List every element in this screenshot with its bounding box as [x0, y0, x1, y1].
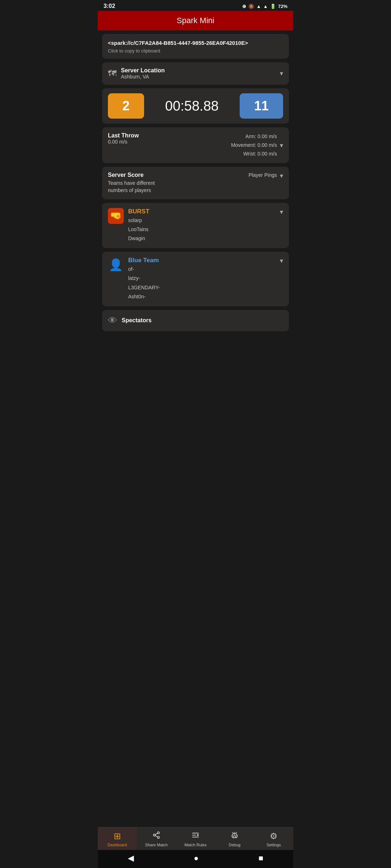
- signal-icon: ▲: [263, 4, 268, 9]
- spectators-icon: 👁: [108, 315, 117, 326]
- nav-debug-label: Debug: [229, 843, 240, 847]
- server-location-card[interactable]: 🗺 Server Location Ashburn, VA ▾: [102, 62, 289, 85]
- nav-match-rules-label: Match Rules: [184, 843, 206, 847]
- score-left-badge: 2: [108, 93, 144, 119]
- spark-url-card[interactable]: <spark://c/C7FA2A84-B851-4447-9855-26EA0…: [102, 34, 289, 59]
- bottom-nav: ⊞ Dashboard Share Match Match Rules: [98, 827, 293, 850]
- last-throw-details: Arm: 0.00 m/s Movement: 0.00 m/s Wrist: …: [231, 132, 277, 158]
- settings-icon: ⚙: [270, 831, 278, 841]
- last-throw-value: 0.00 m/s: [108, 139, 231, 145]
- map-icon: 🗺: [108, 68, 117, 78]
- nav-settings-label: Settings: [266, 843, 281, 847]
- score-right-badge: 11: [240, 93, 283, 119]
- status-time: 3:02: [104, 3, 115, 9]
- blue-team-players: of-latzy-L3GENDARY-Asht0n-: [128, 265, 276, 301]
- spectators-label: Spectators: [122, 317, 152, 324]
- mute-icon: 🔕: [248, 4, 254, 9]
- main-content: <spark://c/C7FA2A84-B851-4447-9855-26EA0…: [98, 30, 293, 827]
- app-bar: Spark Mini: [98, 11, 293, 30]
- spectators-card[interactable]: 👁 Spectators: [102, 310, 289, 331]
- spark-url-hint: Click to copy to clipboard: [108, 48, 283, 54]
- back-button[interactable]: ◀: [128, 854, 134, 863]
- burst-team-players: solarpLooTainsDwagin: [128, 216, 276, 243]
- location-icon: ⊕: [242, 4, 246, 9]
- battery-percent: 72%: [278, 4, 287, 9]
- score-timer: 00:58.88: [148, 98, 235, 114]
- player-pings-label: Player Pings: [248, 172, 277, 178]
- nav-settings[interactable]: ⚙ Settings: [254, 827, 293, 850]
- svg-line-4: [155, 833, 157, 835]
- blue-team-card[interactable]: 👤 Blue Team of-latzy-L3GENDARY-Asht0n- ▾: [102, 252, 289, 306]
- share-icon: [152, 831, 160, 841]
- recent-button[interactable]: ■: [258, 854, 263, 863]
- blue-team-icon: 👤: [108, 257, 124, 273]
- nav-share-match[interactable]: Share Match: [137, 827, 176, 850]
- blue-team-name: Blue Team: [128, 257, 276, 264]
- server-score-card[interactable]: Server Score Teams have differentnumbers…: [102, 167, 289, 199]
- status-icons: ⊕ 🔕 ▲ ▲ 🔋 72%: [242, 4, 287, 9]
- dashboard-icon: ⊞: [114, 831, 121, 841]
- server-location-label: Server Location: [121, 67, 276, 74]
- chevron-down-icon: ▾: [280, 257, 283, 265]
- nav-dashboard[interactable]: ⊞ Dashboard: [98, 827, 137, 850]
- last-throw-card[interactable]: Last Throw 0.00 m/s Arm: 0.00 m/s Moveme…: [102, 127, 289, 163]
- nav-debug[interactable]: Debug: [215, 827, 254, 850]
- wrist-value: Wrist: 0.00 m/s: [231, 150, 277, 158]
- last-throw-title: Last Throw: [108, 132, 231, 139]
- server-score-subtitle: Teams have differentnumbers of players: [108, 180, 248, 194]
- server-score-title: Server Score: [108, 172, 248, 178]
- status-bar: 3:02 ⊕ 🔕 ▲ ▲ 🔋 72%: [98, 0, 293, 11]
- chevron-down-icon: ▾: [280, 69, 283, 77]
- score-row-card: 2 00:58.88 11: [102, 88, 289, 124]
- server-location-text: Server Location Ashburn, VA: [121, 67, 276, 80]
- chevron-down-icon: ▾: [280, 172, 283, 180]
- nav-match-rules[interactable]: Match Rules: [176, 827, 215, 850]
- svg-line-3: [155, 835, 157, 837]
- burst-team-card[interactable]: 🤜 BURST solarpLooTainsDwagin ▾: [102, 203, 289, 248]
- svg-rect-10: [234, 836, 236, 838]
- arm-value: Arm: 0.00 m/s: [231, 132, 277, 141]
- nav-dashboard-label: Dashboard: [108, 843, 127, 847]
- chevron-down-icon: ▾: [280, 208, 283, 216]
- server-location-value: Ashburn, VA: [121, 74, 276, 80]
- battery-icon: 🔋: [270, 4, 276, 9]
- debug-icon: [231, 831, 239, 841]
- spark-url-text: <spark://c/C7FA2A84-B851-4447-9855-26EA0…: [108, 39, 283, 47]
- system-nav: ◀ ● ■: [98, 850, 293, 868]
- burst-team-name: BURST: [128, 208, 276, 215]
- nav-share-label: Share Match: [145, 843, 168, 847]
- chevron-down-icon: ▾: [280, 141, 283, 149]
- movement-value: Movement: 0.00 m/s: [231, 141, 277, 150]
- app-title: Spark Mini: [177, 16, 214, 25]
- match-rules-icon: [192, 831, 199, 841]
- home-button[interactable]: ●: [194, 854, 198, 863]
- wifi-icon: ▲: [256, 4, 261, 9]
- burst-team-icon: 🤜: [108, 208, 124, 224]
